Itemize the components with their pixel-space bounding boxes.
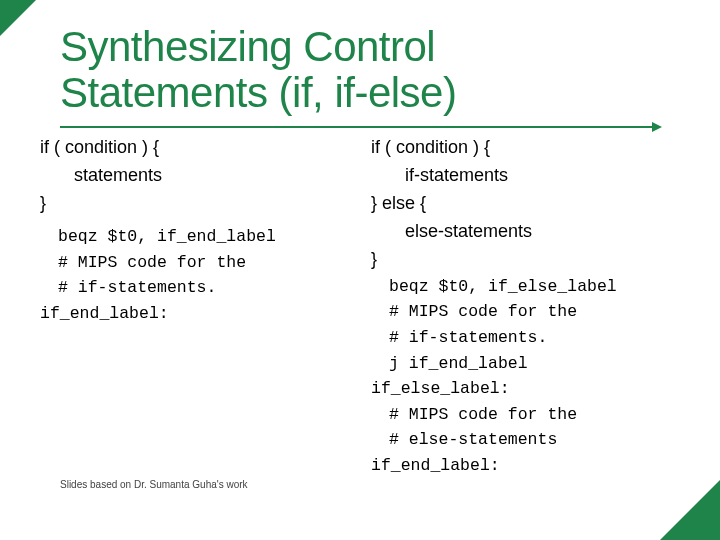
content-columns: if ( condition ) { statements } beqz $t0…: [40, 134, 686, 478]
ifelse-syntax-close: }: [371, 246, 686, 274]
code-line: j if_end_label: [371, 351, 686, 377]
slide-credit: Slides based on Dr. Sumanta Guha's work: [60, 479, 248, 490]
title-underline: [60, 126, 660, 128]
slide-title: Synthesizing Control Statements (if, if-…: [60, 24, 720, 116]
code-line: # MIPS code for the: [58, 250, 355, 276]
left-column: if ( condition ) { statements } beqz $t0…: [40, 134, 355, 478]
ifelse-syntax-else-body: else-statements: [371, 218, 686, 246]
if-syntax-close: }: [40, 190, 355, 218]
code-line: beqz $t0, if_end_label: [58, 224, 355, 250]
if-syntax-open: if ( condition ) {: [40, 134, 355, 162]
code-line: # MIPS code for the: [371, 299, 686, 325]
code-label: if_else_label:: [371, 376, 686, 402]
code-line: # MIPS code for the: [371, 402, 686, 428]
code-line: # if-statements.: [371, 325, 686, 351]
ifelse-syntax-open: if ( condition ) {: [371, 134, 686, 162]
code-line: # else-statements: [371, 427, 686, 453]
code-label: if_end_label:: [40, 301, 355, 327]
code-line: # if-statements.: [58, 275, 355, 301]
mips-right: beqz $t0, if_else_label # MIPS code for …: [371, 274, 686, 479]
ifelse-syntax-else: } else {: [371, 190, 686, 218]
if-syntax-body: statements: [40, 162, 355, 190]
corner-triangle-bottom-right: [660, 480, 720, 540]
ifelse-syntax-if-body: if-statements: [371, 162, 686, 190]
code-line: beqz $t0, if_else_label: [371, 274, 686, 300]
title-line-1: Synthesizing Control: [60, 23, 435, 70]
code-label: if_end_label:: [371, 453, 686, 479]
title-line-2: Statements (if, if-else): [60, 69, 456, 116]
right-column: if ( condition ) { if-statements } else …: [371, 134, 686, 478]
mips-left: beqz $t0, if_end_label # MIPS code for t…: [40, 224, 355, 301]
corner-triangle-top-left: [0, 0, 36, 36]
